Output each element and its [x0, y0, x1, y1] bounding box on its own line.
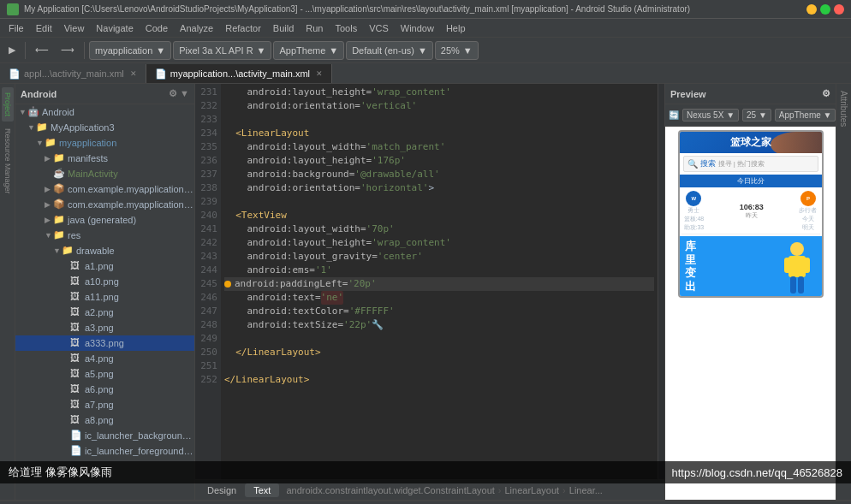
project-tab[interactable]: Project: [2, 87, 14, 122]
minimize-button[interactable]: [806, 4, 817, 15]
tree-ic-launcher-bg[interactable]: 📄 ic_launcher_background.xml: [15, 428, 194, 443]
tree-android-root[interactable]: ▼ 🤖 Android: [15, 104, 194, 120]
breadcrumb-constraintlayout[interactable]: androidx.constraintlayout.widget.Constra…: [286, 485, 494, 495]
theme-selector-preview[interactable]: AppTheme ▼: [775, 109, 836, 122]
maximize-button[interactable]: [820, 4, 830, 15]
menu-item-build[interactable]: Build: [268, 21, 299, 35]
menu-item-file[interactable]: File: [3, 21, 29, 35]
tree-ic-launcher-fg[interactable]: 📄 ic_launcher_foreground.xml (v4): [15, 443, 194, 459]
device-selector-preview[interactable]: Nexus 5X ▼: [682, 109, 739, 122]
sidebar-action-1[interactable]: ⚙: [169, 88, 177, 99]
warning-icon: [224, 281, 231, 288]
folder-icon: 📁: [62, 245, 74, 257]
tree-myapplication[interactable]: ▼ 📁 myapplication: [15, 135, 194, 151]
breadcrumb-linearlayout[interactable]: LinearLayout: [504, 485, 559, 495]
tree-res[interactable]: ▼ 📁 res: [15, 228, 194, 243]
tree-java-generated[interactable]: ▶ 📁 java (generated): [15, 212, 194, 228]
toolbar-project-btn[interactable]: ▶: [3, 40, 21, 61]
toolbar-forward-btn[interactable]: ⟶: [56, 40, 80, 61]
tree-a2png[interactable]: 🖼 a2.png: [15, 305, 194, 320]
menu-item-analyze[interactable]: Analyze: [175, 21, 218, 35]
menu-item-vcs[interactable]: VCS: [364, 21, 394, 35]
preview-content: 篮球之家 🔍 搜索 搜寻 | 热门搜索 今日比分: [665, 127, 836, 500]
tree-arrow: ▼: [45, 231, 53, 240]
code-line-246: android:text='ne': [224, 291, 654, 305]
team2-name: 步行者: [799, 206, 817, 215]
tree-example-test[interactable]: ▶ 📦 com.example.myapplication (test): [15, 197, 194, 212]
team2-score1: 今天: [802, 215, 814, 223]
menu-item-edit[interactable]: Edit: [31, 21, 57, 35]
tree-mainactivity[interactable]: ☕ MainActivity: [15, 166, 194, 181]
team2-score2: 明天: [802, 223, 814, 232]
menu-item-tools[interactable]: Tools: [330, 21, 362, 35]
svg-rect-3: [803, 258, 810, 273]
team1-logo: W: [686, 191, 701, 206]
code-line-252: </LinearLayout>: [224, 373, 654, 387]
toolbar-sep-2: [84, 42, 85, 59]
menu-item-window[interactable]: Window: [396, 21, 439, 35]
tree-a4png[interactable]: 🖼 a4.png: [15, 351, 194, 366]
tree-manifests[interactable]: ▶ 📁 manifests: [15, 151, 194, 166]
svg-point-0: [790, 242, 804, 256]
tree-a6png[interactable]: 🖼 a6.png: [15, 382, 194, 397]
tree-a3png[interactable]: 🖼 a3.png: [15, 320, 194, 335]
window-controls: [806, 4, 844, 15]
code-content[interactable]: android:layout_height='wrap_content' and…: [221, 84, 658, 479]
tree-a8png-label: a8.png: [85, 415, 114, 425]
project-selector-label: myapplication: [95, 45, 152, 56]
api-selector-preview[interactable]: 25 ▼: [742, 109, 771, 122]
code-line-239: [224, 195, 654, 209]
design-tab[interactable]: Design: [199, 483, 245, 497]
text-tab[interactable]: Text: [245, 483, 279, 497]
tree-a11png[interactable]: 🖼 a11.png: [15, 289, 194, 305]
resource-manager-tab[interactable]: Resource Manager: [2, 123, 14, 199]
locale-selector[interactable]: Default (en-us) ▼: [346, 41, 433, 60]
breadcrumb-linear2[interactable]: Linear...: [569, 485, 603, 495]
tab-1-close[interactable]: ✕: [130, 69, 137, 78]
gutter-bar: [658, 84, 664, 479]
code-line-248: android:textSize='22p' 🔧: [224, 318, 654, 332]
team2-info: P 步行者 今天 明天: [799, 191, 817, 232]
code-line-250: </LinearLayout>: [224, 346, 654, 359]
tree-myapp3[interactable]: ▼ 📁 MyApplication3: [15, 120, 194, 135]
tab-1[interactable]: 📄 appl...\activity_main.xml ✕: [0, 64, 146, 83]
project-selector[interactable]: myapplication ▼: [89, 41, 171, 60]
preview-settings-icon[interactable]: ⚙: [822, 88, 830, 99]
watermark: 给道理 像雾像风像雨 https://blog.csdn.net/qq_4652…: [0, 461, 851, 483]
sidebar-action-2[interactable]: ▼: [180, 88, 189, 99]
zoom-selector[interactable]: 25% ▼: [435, 41, 479, 60]
device-selector[interactable]: Pixel 3a XL API R ▼: [173, 41, 271, 60]
phone-search-bar[interactable]: 🔍 搜索 搜寻 | 热门搜索: [683, 156, 818, 172]
theme-selector[interactable]: AppTheme ▼: [273, 41, 344, 60]
tree-a5png-label: a5.png: [85, 369, 114, 379]
tree-a333png[interactable]: 🖼 a333.png: [15, 335, 194, 351]
menu-item-help[interactable]: Help: [441, 21, 471, 35]
tree-a5png[interactable]: 🖼 a5.png: [15, 366, 194, 382]
tab-2[interactable]: 📄 myapplication...\activity_main.xml ✕: [146, 64, 332, 83]
right-tab-attributes[interactable]: Attributes: [837, 87, 850, 130]
tree-a10png[interactable]: 🖼 a10.png: [15, 274, 194, 289]
code-line-232: android:orientation='vertical': [224, 99, 654, 113]
locale-selector-label: Default (en-us): [352, 45, 414, 56]
menu-item-refactor[interactable]: Refactor: [220, 21, 266, 35]
tree-a7png[interactable]: 🖼 a7.png: [15, 397, 194, 412]
menu-item-view[interactable]: View: [59, 21, 90, 35]
sidebar-title: Android: [21, 89, 57, 99]
search-placeholder: 搜寻 | 热门搜索: [718, 159, 765, 169]
tree-a1png[interactable]: 🖼 a1.png: [15, 258, 194, 274]
tree-example-androidtest[interactable]: ▶ 📦 com.example.myapplication (androidTe…: [15, 181, 194, 197]
code-editor[interactable]: 231 232 233 234 235 236 237 238 239 240 …: [195, 84, 664, 479]
breadcrumb: androidx.constraintlayout.widget.Constra…: [286, 485, 602, 495]
tree-drawable[interactable]: ▼ 📁 drawable: [15, 243, 194, 258]
menu-bar: FileEditViewNavigateCodeAnalyzeRefactorB…: [0, 19, 851, 38]
menu-item-navigate[interactable]: Navigate: [91, 21, 138, 35]
close-button[interactable]: [834, 4, 844, 15]
menu-item-code[interactable]: Code: [140, 21, 173, 35]
preview-refresh-icon[interactable]: 🔄: [669, 110, 679, 120]
tab-2-close[interactable]: ✕: [316, 69, 323, 78]
menu-item-run[interactable]: Run: [301, 21, 328, 35]
tree-res-label: res: [68, 230, 80, 240]
toolbar-back-btn[interactable]: ⟵: [30, 40, 54, 61]
tree-a8png[interactable]: 🖼 a8.png: [15, 412, 194, 428]
right-sidebar: Attributes: [836, 84, 851, 500]
